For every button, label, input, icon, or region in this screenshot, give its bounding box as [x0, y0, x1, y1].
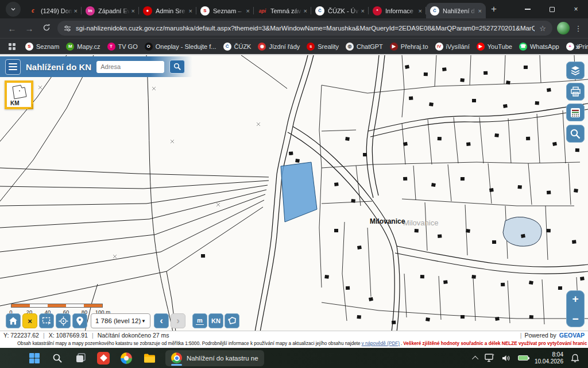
maximize-button[interactable] [540, 0, 564, 18]
file-explorer-button[interactable] [142, 351, 156, 365]
measure-button[interactable]: m [192, 313, 207, 328]
map-search-button[interactable] [566, 125, 585, 143]
highlighted-parcel[interactable] [281, 162, 317, 222]
bookmark-item-1[interactable]: MMapy.cz [63, 43, 103, 51]
tray-expand-icon[interactable] [472, 355, 478, 362]
tab-search-button[interactable] [6, 2, 21, 17]
bookmark-item-7[interactable]: ◎ChatGPT [342, 43, 386, 51]
bookmark-item-5[interactable]: ◉Jízdní řády [254, 43, 303, 51]
polygon-select-button[interactable] [225, 313, 239, 328]
status-bar: Y: 722237.62 | X: 1087669.91 | Načítání … [0, 331, 588, 339]
bookmark-item-6[interactable]: sSreality [303, 43, 342, 51]
bookmarks-overflow-button[interactable]: » [575, 42, 582, 51]
tab-close-icon[interactable]: × [189, 7, 192, 14]
speaker-icon [502, 354, 511, 362]
tab-close-icon[interactable]: × [478, 7, 482, 14]
select-area-button[interactable] [39, 313, 54, 328]
tab-title: Seznam – [213, 7, 245, 14]
print-button[interactable] [566, 83, 585, 101]
address-search-input[interactable] [96, 61, 164, 73]
browser-menu-icon[interactable]: ⋮ [574, 24, 582, 33]
browser-tab-7[interactable]: ČNahlížení d× [426, 3, 486, 18]
kn-info-button[interactable]: KN [208, 313, 223, 328]
map-viewport[interactable]: Milovanice Milovanice Nahlížení do KN KM [0, 54, 588, 331]
address-bar[interactable]: sgi-nahlizenidokn.cuzk.gov.cz/marushka/d… [57, 21, 552, 36]
scale-level-select[interactable]: 1 786 (level 12) ▼ [91, 313, 150, 328]
crosshair-icon [59, 316, 68, 326]
coordinate-y: Y: 722237.62 [3, 332, 39, 339]
measure-icon: m [196, 317, 204, 325]
browser-tab-4[interactable]: apiTemná záv× [254, 3, 311, 18]
browser-tab-6[interactable]: *Informace× [369, 3, 426, 18]
reload-button[interactable] [40, 24, 53, 33]
browser-tab-1[interactable]: inZápadní Ev× [82, 3, 139, 18]
notifications-button[interactable] [570, 351, 580, 365]
layers-button[interactable] [566, 62, 585, 79]
geovap-brand-link[interactable]: GEOVAP [559, 332, 585, 339]
bookmark-item-8[interactable]: ▶Přehraj.to [386, 43, 432, 51]
tab-close-icon[interactable]: × [304, 7, 307, 14]
new-tab-button[interactable]: + [486, 1, 502, 17]
task-view-button[interactable] [74, 351, 87, 365]
start-button[interactable] [28, 351, 41, 365]
system-tray: 8:04 10.04.2026 [474, 351, 582, 365]
bookmark-label: Jízdní řády [269, 43, 300, 50]
overview-resize-handle[interactable] [28, 104, 33, 109]
menu-button[interactable] [5, 59, 21, 75]
zoom-out-button[interactable]: − [572, 313, 578, 324]
home-button[interactable] [6, 313, 21, 328]
bookmark-item-2[interactable]: TTV GO [104, 43, 141, 51]
center-position-button[interactable] [56, 313, 71, 328]
bookmark-star-icon[interactable]: ☆ [539, 24, 546, 33]
legend-button[interactable] [566, 103, 585, 121]
close-button[interactable]: × [564, 0, 588, 18]
network-icon[interactable] [485, 351, 495, 365]
url-text[interactable]: sgi-nahlizenidokn.cuzk.gov.cz/marushka/d… [76, 25, 535, 32]
browser-tab-0[interactable]: €(1249) Dom× [24, 3, 82, 18]
history-back-button[interactable]: ‹ [154, 313, 169, 328]
battery-icon[interactable] [518, 355, 528, 361]
status-separator: | [92, 332, 94, 339]
task-view-icon [75, 352, 86, 363]
browser-tab-2[interactable]: ●Admin Sre× [139, 3, 196, 18]
chrome-taskbar-group[interactable]: Nahlížení do katastru ne [165, 350, 264, 366]
minimize-button[interactable] [516, 0, 540, 18]
paint-app-button[interactable] [119, 351, 133, 365]
village-label-gray: Milovanice [403, 218, 438, 227]
taskbar-clock[interactable]: 8:04 10.04.2026 [535, 351, 563, 365]
bookmark-item-3[interactable]: OOneplay - Sledujte f... [141, 43, 220, 51]
map-canvas[interactable]: Milovanice Milovanice [0, 55, 588, 331]
legend-icon [570, 107, 581, 118]
tab-close-icon[interactable]: × [74, 7, 78, 14]
tab-close-icon[interactable]: × [131, 7, 135, 14]
help-pdf-link[interactable]: v nápovědě (PDF) [362, 341, 400, 346]
volume-icon[interactable] [501, 351, 512, 365]
bookmark-item-4[interactable]: ČČÚZK [220, 43, 255, 51]
back-button[interactable]: ← [6, 24, 18, 33]
windows-logo-icon [29, 352, 40, 364]
clear-selection-button[interactable]: × [22, 313, 37, 328]
bookmark-item-9[interactable]: iViVysílání [432, 43, 473, 51]
bookmark-item-0[interactable]: SSeznam [22, 43, 63, 51]
bookmark-item-11[interactable]: ☎WhatsApp [516, 43, 563, 51]
tab-close-icon[interactable]: × [246, 7, 250, 14]
red-media-app-button[interactable] [96, 351, 110, 365]
bookmark-favicon: S [25, 43, 33, 51]
tab-close-icon[interactable]: × [419, 7, 422, 14]
browser-tab-3[interactable]: SSeznam –× [196, 3, 254, 18]
browser-tab-5[interactable]: ČČÚZK - Úv× [311, 3, 369, 18]
layers-icon [570, 65, 581, 76]
tab-close-icon[interactable]: × [361, 7, 365, 14]
zoom-in-button[interactable]: + [572, 293, 578, 304]
place-marker-button[interactable] [72, 313, 87, 328]
history-forward-button[interactable]: › [171, 313, 185, 328]
overview-map-box[interactable]: KM [5, 80, 33, 109]
forward-button[interactable]: → [23, 24, 36, 33]
pink-in-icon: in [86, 6, 95, 16]
taskbar-search-button[interactable] [51, 351, 64, 365]
bookmark-item-10[interactable]: ▶YouTube [473, 43, 516, 51]
apps-grid-icon[interactable] [6, 40, 18, 53]
search-button[interactable] [169, 60, 185, 74]
profile-avatar[interactable] [557, 22, 570, 34]
printer-icon [570, 86, 581, 97]
